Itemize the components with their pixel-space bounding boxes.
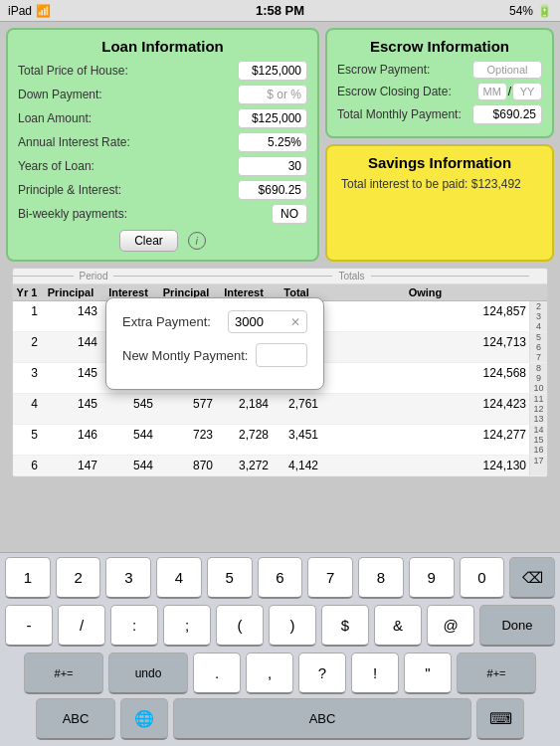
keyboard-row-4: ABC 🌐 ABC ⌨ bbox=[0, 696, 560, 746]
clear-extra-payment-button[interactable]: ✕ bbox=[290, 315, 300, 329]
extra-payment-popup: Extra Payment: 3000 ✕ New Montly Payment… bbox=[105, 297, 324, 390]
cell-i2-6: 3,272 bbox=[216, 456, 272, 475]
years-loan-row: Years of Loan: 30 bbox=[18, 156, 307, 176]
cell-yr-3: 3 bbox=[13, 363, 41, 393]
key-semicolon[interactable]: ; bbox=[163, 605, 211, 647]
cell-i2-5: 2,728 bbox=[216, 425, 272, 455]
key-symbols2[interactable]: #+= bbox=[457, 653, 536, 694]
key-question[interactable]: ? bbox=[298, 653, 346, 694]
col-principal-header: Principal bbox=[41, 284, 100, 300]
escrow-payment-row: Escrow Payment: Optional bbox=[337, 61, 542, 79]
carrier-label: iPad bbox=[8, 4, 32, 18]
down-payment-label: Down Payment: bbox=[18, 88, 238, 101]
key-slash[interactable]: / bbox=[58, 605, 105, 647]
key-7[interactable]: 7 bbox=[307, 557, 353, 599]
side-nums-6: 17 bbox=[529, 456, 547, 475]
interest-rate-label: Annual Interest Rate: bbox=[18, 135, 238, 149]
key-ampersand[interactable]: & bbox=[374, 605, 422, 647]
key-dollar[interactable]: $ bbox=[321, 605, 369, 647]
key-abc[interactable]: ABC bbox=[36, 698, 115, 740]
loan-bottom-row: Clear i bbox=[18, 230, 307, 252]
side-nums-5: 141516 bbox=[529, 425, 547, 455]
total-monthly-row: Total Monthly Payment: $690.25 bbox=[337, 104, 542, 124]
savings-panel: Savings Information Total interest to be… bbox=[325, 144, 554, 262]
cell-yr-5: 5 bbox=[13, 425, 41, 455]
month-input[interactable]: MM bbox=[477, 83, 507, 100]
escrow-panel: Escrow Information Escrow Payment: Optio… bbox=[325, 28, 554, 138]
key-exclaim[interactable]: ! bbox=[351, 653, 399, 694]
total-price-value[interactable]: $125,000 bbox=[238, 61, 307, 81]
keyboard-row-3: #+= undo . , ? ! " #+= bbox=[0, 649, 560, 696]
key-period[interactable]: . bbox=[193, 653, 241, 694]
keyboard-row-2: - / : ; ( ) $ & @ Done bbox=[0, 601, 560, 649]
cell-owing-3: 124,568 bbox=[321, 363, 529, 393]
cell-owing-6: 124,130 bbox=[321, 456, 529, 475]
key-0[interactable]: 0 bbox=[460, 557, 505, 599]
cell-i1-4: 545 bbox=[100, 394, 156, 424]
wifi-icon: 📶 bbox=[36, 4, 51, 18]
key-rparen[interactable]: ) bbox=[269, 605, 316, 647]
cell-p2-5: 723 bbox=[156, 425, 216, 455]
cell-owing-1: 124,857 bbox=[321, 301, 529, 331]
years-loan-value[interactable]: 30 bbox=[238, 156, 307, 176]
key-globe[interactable]: 🌐 bbox=[120, 698, 168, 740]
table-row: 6 147 544 870 3,272 4,142 124,130 17 bbox=[13, 456, 547, 476]
top-area: Loan Information Total Price of House: $… bbox=[0, 22, 560, 268]
principle-interest-row: Principle & Interest: $690.25 bbox=[18, 180, 307, 200]
interest-rate-value[interactable]: 5.25% bbox=[238, 132, 307, 152]
battery-label: 54% bbox=[509, 4, 533, 18]
new-monthly-row: New Montly Payment: bbox=[122, 343, 307, 367]
cell-p1-1: 143 bbox=[41, 301, 100, 331]
cell-yr-1: 1 bbox=[13, 301, 41, 331]
cell-yr-4: 4 bbox=[13, 394, 41, 424]
table-row: 5 146 544 723 2,728 3,451 124,277 141516 bbox=[13, 425, 547, 456]
key-6[interactable]: 6 bbox=[258, 557, 303, 599]
key-1[interactable]: 1 bbox=[5, 557, 51, 599]
key-at[interactable]: @ bbox=[427, 605, 474, 647]
years-loan-label: Years of Loan: bbox=[18, 159, 238, 173]
side-nums-4: 111213 bbox=[529, 394, 547, 424]
key-2[interactable]: 2 bbox=[56, 557, 101, 599]
key-colon[interactable]: : bbox=[110, 605, 158, 647]
key-5[interactable]: 5 bbox=[207, 557, 253, 599]
new-monthly-label: New Montly Payment: bbox=[122, 348, 248, 363]
key-4[interactable]: 4 bbox=[156, 557, 202, 599]
key-8[interactable]: 8 bbox=[358, 557, 404, 599]
key-undo[interactable]: undo bbox=[108, 653, 188, 694]
period-label: Period bbox=[74, 270, 114, 282]
cell-p2-6: 870 bbox=[156, 456, 216, 475]
key-space[interactable]: ABC bbox=[173, 698, 471, 740]
totals-label: Totals bbox=[332, 270, 370, 282]
biweekly-label: Bi-weekly payments: bbox=[18, 207, 272, 221]
new-monthly-input[interactable] bbox=[256, 343, 307, 367]
key-minus[interactable]: - bbox=[5, 605, 53, 647]
escrow-payment-input[interactable]: Optional bbox=[472, 61, 542, 79]
extra-payment-value: 3000 bbox=[235, 314, 264, 329]
key-done[interactable]: Done bbox=[479, 605, 555, 647]
key-comma[interactable]: , bbox=[246, 653, 293, 694]
cell-yr-2: 2 bbox=[13, 332, 41, 362]
key-symbols[interactable]: #+= bbox=[24, 653, 103, 694]
down-payment-value[interactable]: $ or % bbox=[238, 85, 307, 104]
key-delete[interactable]: ⌫ bbox=[509, 557, 555, 599]
extra-payment-label: Extra Payment: bbox=[122, 314, 220, 329]
key-quote[interactable]: " bbox=[404, 653, 452, 694]
side-nums-3: 8910 bbox=[529, 363, 547, 393]
biweekly-value[interactable]: NO bbox=[272, 204, 307, 224]
extra-payment-input[interactable]: 3000 ✕ bbox=[228, 310, 307, 333]
key-3[interactable]: 3 bbox=[105, 557, 151, 599]
loan-title: Loan Information bbox=[18, 38, 307, 55]
info-icon[interactable]: i bbox=[188, 232, 206, 250]
cell-p1-6: 147 bbox=[41, 456, 100, 475]
year-input[interactable]: YY bbox=[512, 83, 542, 100]
cell-owing-2: 124,713 bbox=[321, 332, 529, 362]
cell-p1-5: 146 bbox=[41, 425, 100, 455]
col-yr-header: Yr 1 bbox=[13, 284, 41, 300]
key-9[interactable]: 9 bbox=[409, 557, 455, 599]
key-keyboard[interactable]: ⌨ bbox=[476, 698, 524, 740]
loan-amount-value[interactable]: $125,000 bbox=[238, 108, 307, 128]
key-lparen[interactable]: ( bbox=[216, 605, 264, 647]
clear-button[interactable]: Clear bbox=[119, 230, 178, 252]
status-left: iPad 📶 bbox=[8, 4, 51, 18]
cell-p1-3: 145 bbox=[41, 363, 100, 393]
